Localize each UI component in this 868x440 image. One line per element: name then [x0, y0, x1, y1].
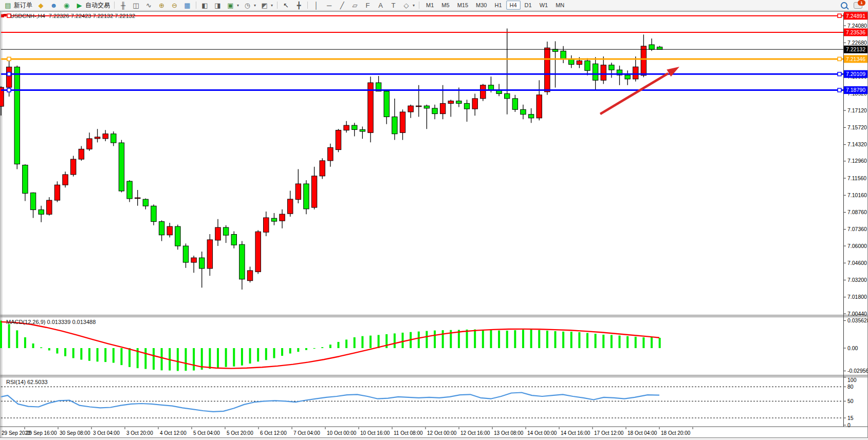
- cursor-icon[interactable]: ↖: [280, 1, 292, 10]
- macd-histogram-bar: [233, 348, 235, 367]
- timeframe-w1[interactable]: W1: [536, 1, 552, 10]
- candle: [79, 149, 84, 159]
- date-label: 14 Oct 00:00: [527, 430, 557, 436]
- hline-anchor[interactable]: [838, 57, 841, 61]
- hline-anchor[interactable]: [7, 72, 11, 76]
- autotrading-button[interactable]: ▶自动交易: [73, 1, 112, 10]
- tile-windows-icon[interactable]: ▦: [181, 1, 194, 10]
- line-chart-icon[interactable]: ∿: [142, 1, 155, 10]
- crosshair-icon: ╋: [294, 1, 303, 9]
- horizontal-line-icon[interactable]: ─: [323, 1, 336, 10]
- candle: [191, 258, 196, 262]
- shapes-icon: ◇: [402, 1, 411, 9]
- macd-histogram-bar: [426, 331, 428, 348]
- macd-histogram-bar: [184, 348, 187, 371]
- timeframe-m5[interactable]: M5: [438, 1, 453, 10]
- candle: [54, 185, 60, 200]
- macd-histogram-bar: [498, 331, 500, 348]
- new-order-button[interactable]: ▤新订单: [2, 1, 34, 10]
- hline-anchor[interactable]: [1, 14, 4, 17]
- timeframe-d1[interactable]: D1: [521, 1, 535, 10]
- objects-window-icon[interactable]: ◨: [211, 1, 224, 10]
- hline-anchor[interactable]: [838, 14, 841, 17]
- hline-anchor[interactable]: [838, 72, 841, 76]
- candle: [569, 59, 574, 65]
- chart-window[interactable]: 7.240807.226807.212807.198807.185207.171…: [0, 0, 868, 440]
- hline-anchor[interactable]: [7, 88, 11, 92]
- candlestick-chart-icon[interactable]: ◫: [130, 1, 142, 10]
- hline-anchor[interactable]: [7, 57, 11, 61]
- zoom-out-icon: ⊖: [170, 1, 179, 9]
- macd-histogram-bar: [313, 348, 316, 349]
- macd-histogram-bar: [651, 337, 653, 348]
- crosshair-icon[interactable]: ╋: [292, 1, 305, 10]
- community-icon[interactable]: ☻: [47, 1, 60, 10]
- bar-chart-icon[interactable]: ╫: [117, 1, 130, 10]
- macd-histogram-bar: [506, 331, 508, 348]
- macd-histogram-bar: [177, 348, 179, 371]
- macd-histogram-bar: [321, 347, 323, 348]
- candle: [456, 101, 461, 104]
- shapes-icon[interactable]: ◇▾: [400, 1, 417, 10]
- zoom-out-icon[interactable]: ⊖: [168, 1, 181, 10]
- timeframe-mn[interactable]: MN: [552, 1, 568, 10]
- macd-histogram-bar: [474, 330, 476, 348]
- candle: [111, 134, 116, 143]
- hline-anchor[interactable]: [838, 88, 841, 92]
- candle: [311, 176, 317, 207]
- macd-histogram-bar: [24, 337, 26, 348]
- channel-icon: ▱: [350, 1, 359, 9]
- signals-icon[interactable]: ◉: [60, 1, 73, 10]
- macd-histogram-bar: [602, 335, 604, 348]
- fibonacci-icon[interactable]: F: [361, 1, 374, 10]
- indicator-window-icon[interactable]: ◧: [198, 1, 211, 10]
- macd-histogram-bar: [128, 348, 131, 367]
- macd-histogram-bar: [48, 348, 50, 351]
- macd-histogram-bar: [249, 348, 251, 364]
- macd-histogram-bar: [345, 339, 347, 348]
- candle: [103, 134, 108, 139]
- price-axis-label: 7.01800: [847, 294, 867, 300]
- text-icon[interactable]: A: [374, 1, 387, 10]
- add-indicator-icon[interactable]: ▣▾: [224, 1, 241, 10]
- template-icon[interactable]: ◩▾: [258, 1, 275, 10]
- timeframe-h1[interactable]: H1: [491, 1, 505, 10]
- toolbar: ▤新订单◆☻◉▶自动交易╫◫∿⊕⊖▦◧◨▣▾◷▾◩▾↖╋│─╱▱FAT◇▾M1M…: [0, 0, 868, 11]
- period-icon: ◷: [243, 1, 252, 9]
- timeframe-m15[interactable]: M15: [454, 1, 472, 10]
- candle: [328, 147, 333, 161]
- macd-histogram-bar: [434, 331, 436, 348]
- macd-histogram-bar: [104, 348, 106, 362]
- notifications-icon[interactable]: 1: [854, 2, 862, 9]
- macd-histogram-bar: [490, 330, 492, 348]
- macd-histogram-bar: [530, 330, 532, 348]
- objects-window-icon: ◨: [213, 1, 222, 9]
- candle: [633, 67, 638, 79]
- macd-histogram-bar: [56, 348, 58, 354]
- search-icon[interactable]: [841, 2, 847, 9]
- candle: [199, 258, 205, 269]
- market-watch-icon[interactable]: ◆: [34, 1, 47, 10]
- dropdown-caret-icon: ▾: [413, 3, 415, 8]
- text-icon: A: [376, 1, 385, 9]
- candle: [127, 181, 132, 199]
- period-icon[interactable]: ◷▾: [241, 1, 258, 10]
- template-icon: ◩: [260, 1, 269, 9]
- vertical-line-icon[interactable]: │: [310, 1, 323, 10]
- date-label: 11 Oct 08:00: [394, 430, 423, 436]
- candle: [23, 165, 28, 193]
- candle: [504, 93, 509, 98]
- cursor-icon: ↖: [282, 1, 290, 9]
- trendline-icon[interactable]: ╱: [336, 1, 348, 10]
- timeframe-h4[interactable]: H4: [506, 1, 521, 10]
- timeframe-m1[interactable]: M1: [422, 1, 437, 10]
- price-axis-label: 7.12960: [847, 158, 867, 164]
- candle: [593, 64, 598, 80]
- zoom-in-icon[interactable]: ⊕: [155, 1, 168, 10]
- channel-icon[interactable]: ▱: [348, 1, 361, 10]
- date-label: 12 Oct 00:00: [427, 430, 457, 436]
- timeframe-m30[interactable]: M30: [472, 1, 490, 10]
- text-label-icon[interactable]: T: [387, 1, 400, 10]
- macd-histogram-bar: [394, 333, 396, 348]
- macd-histogram-bar: [354, 337, 356, 348]
